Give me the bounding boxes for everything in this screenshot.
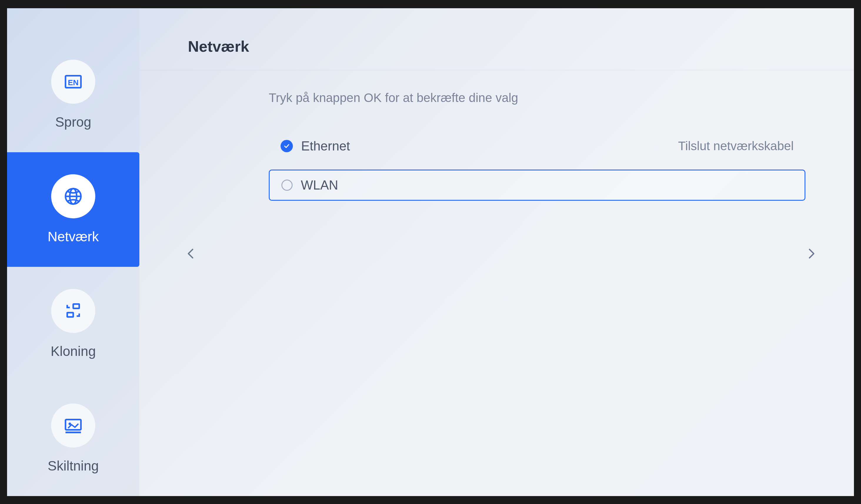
- main-content: Netværk Tryk på knappen OK for at bekræf…: [139, 8, 854, 496]
- checkmark-icon: [283, 142, 290, 150]
- chevron-left-icon: [183, 243, 198, 264]
- svg-rect-7: [66, 420, 81, 430]
- sidebar-item-language[interactable]: EN Sprog: [7, 38, 139, 152]
- settings-screen: EN Sprog Netværk: [7, 8, 854, 496]
- cloning-icon-circle: [51, 289, 95, 333]
- language-icon: EN: [63, 71, 83, 92]
- sidebar: EN Sprog Netværk: [7, 8, 139, 496]
- language-icon-circle: EN: [51, 60, 95, 104]
- option-label: Ethernet: [301, 139, 350, 153]
- radio-checked-icon: [281, 140, 293, 152]
- network-icon: [63, 186, 83, 207]
- signage-icon-circle: [51, 404, 95, 448]
- sidebar-item-signage[interactable]: Skiltning: [7, 381, 139, 496]
- nav-back-button[interactable]: [183, 243, 198, 269]
- instruction-text: Tryk på knappen OK for at bekræfte dine …: [269, 91, 805, 105]
- chevron-right-icon: [804, 243, 819, 264]
- nav-forward-button[interactable]: [804, 243, 819, 269]
- signage-icon: [63, 415, 83, 436]
- svg-text:EN: EN: [68, 78, 79, 87]
- sidebar-item-label: Sprog: [55, 114, 92, 130]
- page-title: Netværk: [188, 38, 854, 55]
- option-wlan[interactable]: WLAN: [269, 170, 805, 201]
- sidebar-item-cloning[interactable]: Kloning: [7, 267, 139, 381]
- option-label: WLAN: [301, 178, 338, 193]
- svg-rect-5: [73, 304, 79, 309]
- cloning-icon: [63, 300, 83, 321]
- content-area: Tryk på knappen OK for at bekræfte dine …: [139, 70, 854, 496]
- sidebar-item-network[interactable]: Netværk: [7, 152, 139, 267]
- radio-unchecked-icon: [282, 180, 292, 191]
- svg-rect-6: [67, 313, 73, 317]
- sidebar-item-label: Skiltning: [47, 458, 99, 474]
- network-icon-circle: [51, 174, 95, 218]
- sidebar-item-label: Netværk: [47, 229, 99, 244]
- option-left-group: WLAN: [282, 178, 338, 193]
- option-left-group: Ethernet: [281, 139, 350, 153]
- option-ethernet[interactable]: Ethernet Tilslut netværkskabel: [269, 131, 805, 161]
- sidebar-item-label: Kloning: [51, 343, 96, 359]
- option-status: Tilslut netværkskabel: [678, 139, 794, 153]
- header: Netværk: [139, 8, 854, 70]
